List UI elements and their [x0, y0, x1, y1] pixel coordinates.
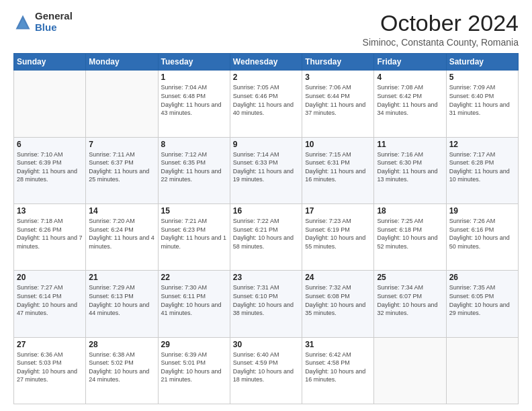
day-info: Sunrise: 7:15 AM Sunset: 6:31 PM Dayligh…	[305, 150, 371, 184]
calendar-cell: 15Sunrise: 7:21 AM Sunset: 6:23 PM Dayli…	[158, 204, 230, 271]
day-number: 28	[89, 340, 154, 349]
day-number: 4	[377, 73, 443, 82]
day-info: Sunrise: 7:04 AM Sunset: 6:48 PM Dayligh…	[161, 83, 227, 117]
day-number: 30	[233, 340, 299, 349]
day-info: Sunrise: 7:20 AM Sunset: 6:24 PM Dayligh…	[89, 217, 154, 250]
day-info: Sunrise: 7:08 AM Sunset: 6:42 PM Dayligh…	[377, 83, 443, 117]
logo: General Blue	[13, 11, 73, 33]
day-number: 19	[449, 206, 515, 216]
day-number: 31	[305, 340, 371, 349]
day-number: 3	[305, 73, 371, 82]
day-info: Sunrise: 7:18 AM Sunset: 6:26 PM Dayligh…	[17, 217, 83, 250]
calendar-week-1: 6Sunrise: 7:10 AM Sunset: 6:39 PM Daylig…	[14, 137, 519, 203]
page: General Blue October 2024 Siminoc, Const…	[0, 0, 532, 411]
day-number: 20	[17, 273, 83, 282]
calendar-cell: 21Sunrise: 7:29 AM Sunset: 6:13 PM Dayli…	[86, 271, 158, 337]
day-info: Sunrise: 7:27 AM Sunset: 6:14 PM Dayligh…	[17, 283, 83, 317]
calendar-cell: 27Sunrise: 6:36 AM Sunset: 5:03 PM Dayli…	[14, 337, 86, 404]
calendar-cell: 18Sunrise: 7:25 AM Sunset: 6:18 PM Dayli…	[374, 204, 446, 271]
calendar-cell: 17Sunrise: 7:23 AM Sunset: 6:19 PM Dayli…	[302, 204, 374, 271]
day-number: 24	[305, 273, 371, 282]
calendar-cell: 26Sunrise: 7:35 AM Sunset: 6:05 PM Dayli…	[446, 271, 518, 337]
day-info: Sunrise: 7:35 AM Sunset: 6:05 PM Dayligh…	[449, 283, 515, 317]
logo-general-text: General	[35, 11, 73, 22]
day-number: 12	[449, 140, 515, 149]
day-info: Sunrise: 7:26 AM Sunset: 6:16 PM Dayligh…	[449, 217, 515, 250]
col-friday: Friday	[374, 54, 446, 71]
month-title: October 2024	[363, 11, 519, 36]
col-thursday: Thursday	[302, 54, 374, 71]
day-number: 10	[305, 140, 371, 149]
day-info: Sunrise: 6:39 AM Sunset: 5:01 PM Dayligh…	[161, 351, 227, 384]
day-number: 23	[233, 273, 299, 282]
day-number: 15	[161, 206, 227, 216]
day-number: 2	[233, 73, 299, 82]
calendar-cell	[14, 71, 86, 137]
calendar-cell	[374, 337, 446, 404]
calendar-week-0: 1Sunrise: 7:04 AM Sunset: 6:48 PM Daylig…	[14, 71, 519, 137]
calendar-cell: 6Sunrise: 7:10 AM Sunset: 6:39 PM Daylig…	[14, 137, 86, 203]
calendar-cell: 7Sunrise: 7:11 AM Sunset: 6:37 PM Daylig…	[86, 137, 158, 203]
calendar-cell: 19Sunrise: 7:26 AM Sunset: 6:16 PM Dayli…	[446, 204, 518, 271]
day-info: Sunrise: 6:38 AM Sunset: 5:02 PM Dayligh…	[89, 351, 154, 384]
day-number: 9	[233, 140, 299, 149]
calendar-cell: 11Sunrise: 7:16 AM Sunset: 6:30 PM Dayli…	[374, 137, 446, 203]
calendar-cell: 29Sunrise: 6:39 AM Sunset: 5:01 PM Dayli…	[158, 337, 230, 404]
day-info: Sunrise: 7:31 AM Sunset: 6:10 PM Dayligh…	[233, 283, 299, 317]
calendar-cell: 3Sunrise: 7:06 AM Sunset: 6:44 PM Daylig…	[302, 71, 374, 137]
header: General Blue October 2024 Siminoc, Const…	[13, 11, 519, 48]
day-number: 22	[161, 273, 227, 282]
calendar-cell	[86, 71, 158, 137]
calendar-week-2: 13Sunrise: 7:18 AM Sunset: 6:26 PM Dayli…	[14, 204, 519, 271]
day-number: 1	[161, 73, 227, 82]
calendar-cell: 12Sunrise: 7:17 AM Sunset: 6:28 PM Dayli…	[446, 137, 518, 203]
day-number: 14	[89, 206, 154, 216]
calendar-cell: 31Sunrise: 6:42 AM Sunset: 4:58 PM Dayli…	[302, 337, 374, 404]
calendar-cell: 5Sunrise: 7:09 AM Sunset: 6:40 PM Daylig…	[446, 71, 518, 137]
day-number: 8	[161, 140, 227, 149]
title-block: October 2024 Siminoc, Constanta County, …	[363, 11, 519, 48]
day-number: 17	[305, 206, 371, 216]
location: Siminoc, Constanta County, Romania	[363, 37, 519, 48]
day-number: 7	[89, 140, 154, 149]
day-info: Sunrise: 7:14 AM Sunset: 6:33 PM Dayligh…	[233, 150, 299, 184]
calendar-week-3: 20Sunrise: 7:27 AM Sunset: 6:14 PM Dayli…	[14, 271, 519, 337]
day-number: 5	[449, 73, 515, 82]
day-number: 16	[233, 206, 299, 216]
day-info: Sunrise: 7:23 AM Sunset: 6:19 PM Dayligh…	[305, 217, 371, 250]
col-tuesday: Tuesday	[158, 54, 230, 71]
calendar-cell: 9Sunrise: 7:14 AM Sunset: 6:33 PM Daylig…	[230, 137, 302, 203]
logo-blue-text: Blue	[35, 22, 73, 34]
day-info: Sunrise: 7:10 AM Sunset: 6:39 PM Dayligh…	[17, 150, 83, 184]
col-saturday: Saturday	[446, 54, 518, 71]
day-info: Sunrise: 7:09 AM Sunset: 6:40 PM Dayligh…	[449, 83, 515, 117]
day-info: Sunrise: 6:40 AM Sunset: 4:59 PM Dayligh…	[233, 351, 299, 384]
day-info: Sunrise: 7:12 AM Sunset: 6:35 PM Dayligh…	[161, 150, 227, 184]
day-info: Sunrise: 7:17 AM Sunset: 6:28 PM Dayligh…	[449, 150, 515, 184]
day-info: Sunrise: 7:06 AM Sunset: 6:44 PM Dayligh…	[305, 83, 371, 117]
calendar-cell: 24Sunrise: 7:32 AM Sunset: 6:08 PM Dayli…	[302, 271, 374, 337]
day-info: Sunrise: 7:05 AM Sunset: 6:46 PM Dayligh…	[233, 83, 299, 117]
calendar-cell: 20Sunrise: 7:27 AM Sunset: 6:14 PM Dayli…	[14, 271, 86, 337]
day-info: Sunrise: 7:30 AM Sunset: 6:11 PM Dayligh…	[161, 283, 227, 317]
calendar-cell: 4Sunrise: 7:08 AM Sunset: 6:42 PM Daylig…	[374, 71, 446, 137]
day-number: 25	[377, 273, 443, 282]
day-number: 13	[17, 206, 83, 216]
calendar-cell: 2Sunrise: 7:05 AM Sunset: 6:46 PM Daylig…	[230, 71, 302, 137]
calendar-cell	[446, 337, 518, 404]
day-info: Sunrise: 6:42 AM Sunset: 4:58 PM Dayligh…	[305, 351, 371, 384]
day-number: 6	[17, 140, 83, 149]
calendar-cell: 22Sunrise: 7:30 AM Sunset: 6:11 PM Dayli…	[158, 271, 230, 337]
calendar-cell: 30Sunrise: 6:40 AM Sunset: 4:59 PM Dayli…	[230, 337, 302, 404]
day-number: 27	[17, 340, 83, 349]
calendar-cell: 1Sunrise: 7:04 AM Sunset: 6:48 PM Daylig…	[158, 71, 230, 137]
day-info: Sunrise: 7:11 AM Sunset: 6:37 PM Dayligh…	[89, 150, 154, 184]
day-info: Sunrise: 7:32 AM Sunset: 6:08 PM Dayligh…	[305, 283, 371, 317]
calendar-cell: 16Sunrise: 7:22 AM Sunset: 6:21 PM Dayli…	[230, 204, 302, 271]
calendar-cell: 13Sunrise: 7:18 AM Sunset: 6:26 PM Dayli…	[14, 204, 86, 271]
day-info: Sunrise: 7:22 AM Sunset: 6:21 PM Dayligh…	[233, 217, 299, 250]
calendar-table: Sunday Monday Tuesday Wednesday Thursday…	[13, 53, 519, 404]
calendar-cell: 25Sunrise: 7:34 AM Sunset: 6:07 PM Dayli…	[374, 271, 446, 337]
col-monday: Monday	[86, 54, 158, 71]
logo-icon	[13, 13, 32, 32]
